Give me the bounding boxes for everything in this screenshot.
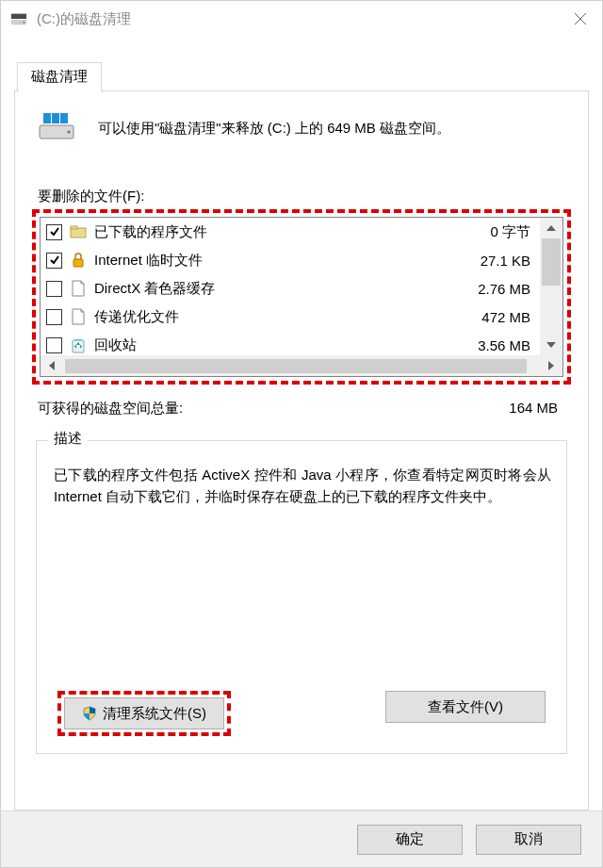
checkbox[interactable] <box>46 281 62 297</box>
tab-disk-cleanup[interactable]: 磁盘清理 <box>17 62 102 92</box>
ok-label: 确定 <box>396 830 424 848</box>
checkbox[interactable] <box>46 224 62 240</box>
folder-icon <box>70 223 87 240</box>
scroll-down-arrow[interactable] <box>540 335 562 355</box>
vertical-scrollbar[interactable] <box>540 218 562 355</box>
svg-rect-6 <box>52 113 59 123</box>
item-size: 0 字节 <box>459 223 534 241</box>
file-icon <box>70 308 87 325</box>
file-icon <box>70 280 87 297</box>
svg-rect-5 <box>43 113 51 123</box>
item-size: 27.1 KB <box>459 253 534 269</box>
total-label: 可获得的磁盘空间总量: <box>38 400 183 418</box>
highlight-clean-system: 清理系统文件(S) <box>57 691 231 736</box>
dialog-footer: 确定 取消 <box>1 811 602 867</box>
item-name: Internet 临时文件 <box>94 252 459 270</box>
scroll-right-arrow[interactable] <box>540 355 562 376</box>
item-size: 3.56 MB <box>459 337 534 353</box>
list-item[interactable]: 已下载的程序文件0 字节 <box>41 218 540 246</box>
svg-point-2 <box>24 22 25 24</box>
recycle-icon <box>70 336 87 353</box>
intro-text: 可以使用"磁盘清理"来释放 (C:) 上的 649 MB 磁盘空间。 <box>98 118 450 138</box>
lock-icon <box>70 252 87 269</box>
description-text: 已下载的程序文件包括 ActiveX 控件和 Java 小程序，你查看特定网页时… <box>37 441 566 508</box>
total-value: 164 MB <box>509 400 558 418</box>
cancel-label: 取消 <box>514 830 543 848</box>
scroll-thumb[interactable] <box>542 238 561 286</box>
clean-system-files-label: 清理系统文件(S) <box>103 705 206 723</box>
tab-label: 磁盘清理 <box>31 68 88 84</box>
disk-cleanup-window: (C:)的磁盘清理 磁盘清理 可以使 <box>0 0 603 868</box>
file-list[interactable]: 已下载的程序文件0 字节Internet 临时文件27.1 KBDirectX … <box>40 217 563 377</box>
cleanup-drive-icon <box>38 108 75 146</box>
item-name: 传递优化文件 <box>94 308 459 326</box>
item-name: DirectX 着色器缓存 <box>94 280 459 298</box>
horizontal-scrollbar[interactable] <box>41 355 562 376</box>
clean-system-files-button[interactable]: 清理系统文件(S) <box>64 697 224 729</box>
view-files-button[interactable]: 查看文件(V) <box>385 691 546 723</box>
ok-button[interactable]: 确定 <box>357 825 463 855</box>
svg-point-4 <box>67 130 70 133</box>
list-item[interactable]: 回收站3.56 MB <box>41 331 540 355</box>
close-button[interactable] <box>559 2 602 36</box>
svg-rect-10 <box>73 259 83 267</box>
shield-icon <box>82 706 97 721</box>
scroll-up-arrow[interactable] <box>540 218 562 238</box>
files-to-delete-label: 要删除的文件(F): <box>38 188 588 205</box>
item-size: 472 MB <box>459 309 534 325</box>
item-name: 回收站 <box>94 336 459 354</box>
description-legend: 描述 <box>48 430 88 448</box>
tab-panel: 可以使用"磁盘清理"来释放 (C:) 上的 649 MB 磁盘空间。 要删除的文… <box>14 90 589 811</box>
item-name: 已下载的程序文件 <box>94 223 459 241</box>
view-files-label: 查看文件(V) <box>428 698 503 716</box>
svg-rect-0 <box>11 14 26 19</box>
client-area: 磁盘清理 可以使用"磁盘清理"来释放 (C:) 上的 649 MB 磁盘空间。 … <box>1 37 602 811</box>
svg-rect-9 <box>71 226 77 229</box>
list-item[interactable]: Internet 临时文件27.1 KB <box>41 246 540 274</box>
hscroll-thumb[interactable] <box>65 359 527 373</box>
item-size: 2.76 MB <box>459 281 534 297</box>
checkbox[interactable] <box>46 309 62 325</box>
svg-rect-11 <box>73 340 84 352</box>
checkbox[interactable] <box>46 253 62 269</box>
cancel-button[interactable]: 取消 <box>476 825 581 855</box>
list-item[interactable]: 传递优化文件472 MB <box>41 303 540 331</box>
highlight-files-box: 已下载的程序文件0 字节Internet 临时文件27.1 KBDirectX … <box>32 209 571 385</box>
svg-rect-7 <box>60 113 68 123</box>
list-item[interactable]: DirectX 着色器缓存2.76 MB <box>41 274 540 303</box>
window-title: (C:)的磁盘清理 <box>37 10 559 28</box>
checkbox[interactable] <box>46 337 62 353</box>
titlebar: (C:)的磁盘清理 <box>1 1 602 37</box>
scroll-left-arrow[interactable] <box>41 355 63 376</box>
description-group: 描述 已下载的程序文件包括 ActiveX 控件和 Java 小程序，你查看特定… <box>36 440 567 754</box>
drive-icon <box>10 10 27 27</box>
